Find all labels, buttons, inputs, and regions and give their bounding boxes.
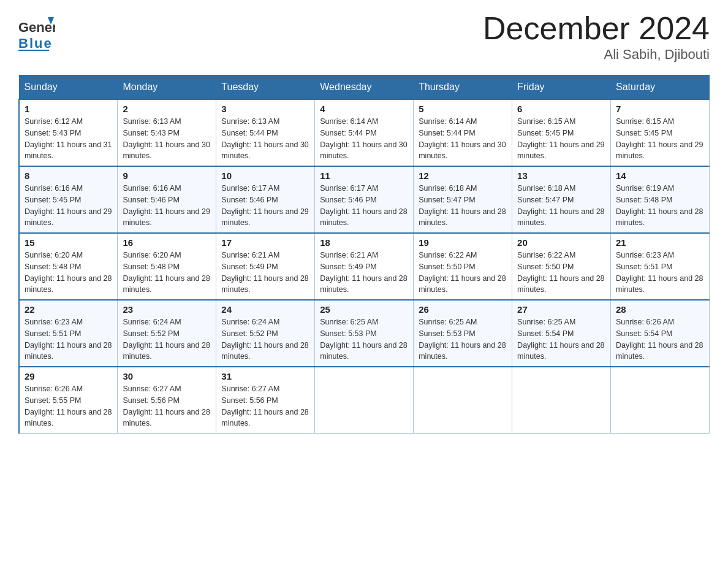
daylight-label: Daylight: 11 hours and 28 minutes. bbox=[123, 274, 210, 294]
sunset-label: Sunset: 5:49 PM bbox=[221, 262, 278, 271]
calendar-cell: 10 Sunrise: 6:17 AM Sunset: 5:46 PM Dayl… bbox=[216, 166, 315, 233]
day-number: 20 bbox=[517, 237, 605, 248]
calendar-cell: 16 Sunrise: 6:20 AM Sunset: 5:48 PM Dayl… bbox=[118, 233, 216, 300]
calendar-cell: 24 Sunrise: 6:24 AM Sunset: 5:52 PM Dayl… bbox=[216, 300, 315, 367]
day-number: 26 bbox=[419, 304, 507, 315]
col-sunday: Sunday bbox=[19, 75, 118, 100]
day-info: Sunrise: 6:16 AM Sunset: 5:45 PM Dayligh… bbox=[25, 183, 112, 229]
sunrise-label: Sunrise: 6:16 AM bbox=[25, 184, 83, 193]
sunset-label: Sunset: 5:45 PM bbox=[616, 129, 672, 137]
day-info: Sunrise: 6:14 AM Sunset: 5:44 PM Dayligh… bbox=[320, 116, 408, 162]
day-number: 6 bbox=[517, 104, 605, 114]
sunrise-label: Sunrise: 6:14 AM bbox=[419, 117, 477, 126]
day-info: Sunrise: 6:18 AM Sunset: 5:47 PM Dayligh… bbox=[419, 183, 507, 229]
daylight-label: Daylight: 11 hours and 30 minutes. bbox=[221, 140, 308, 161]
sunset-label: Sunset: 5:44 PM bbox=[419, 129, 475, 137]
day-number: 24 bbox=[221, 304, 309, 315]
sunrise-label: Sunrise: 6:18 AM bbox=[419, 184, 477, 193]
calendar-cell: 19 Sunrise: 6:22 AM Sunset: 5:50 PM Dayl… bbox=[414, 233, 512, 300]
calendar-cell: 15 Sunrise: 6:20 AM Sunset: 5:48 PM Dayl… bbox=[19, 233, 118, 300]
sunset-label: Sunset: 5:55 PM bbox=[25, 396, 81, 405]
day-info: Sunrise: 6:14 AM Sunset: 5:44 PM Dayligh… bbox=[419, 116, 507, 162]
sunset-label: Sunset: 5:54 PM bbox=[517, 329, 574, 338]
day-info: Sunrise: 6:27 AM Sunset: 5:56 PM Dayligh… bbox=[221, 383, 309, 429]
daylight-label: Daylight: 11 hours and 28 minutes. bbox=[517, 341, 604, 361]
day-info: Sunrise: 6:15 AM Sunset: 5:45 PM Dayligh… bbox=[616, 116, 704, 162]
calendar-cell: 7 Sunrise: 6:15 AM Sunset: 5:45 PM Dayli… bbox=[611, 99, 710, 166]
sunrise-label: Sunrise: 6:20 AM bbox=[123, 251, 181, 259]
calendar-cell: 13 Sunrise: 6:18 AM Sunset: 5:47 PM Dayl… bbox=[512, 166, 611, 233]
daylight-label: Daylight: 11 hours and 28 minutes. bbox=[616, 341, 703, 361]
sunset-label: Sunset: 5:46 PM bbox=[221, 196, 278, 204]
calendar-week-row: 15 Sunrise: 6:20 AM Sunset: 5:48 PM Dayl… bbox=[19, 233, 710, 300]
sunset-label: Sunset: 5:49 PM bbox=[320, 262, 376, 271]
sunrise-label: Sunrise: 6:13 AM bbox=[123, 117, 181, 126]
calendar-cell: 1 Sunrise: 6:12 AM Sunset: 5:43 PM Dayli… bbox=[19, 99, 118, 166]
daylight-label: Daylight: 11 hours and 28 minutes. bbox=[419, 274, 506, 294]
daylight-label: Daylight: 11 hours and 30 minutes. bbox=[419, 140, 506, 161]
day-number: 14 bbox=[616, 170, 704, 181]
daylight-label: Daylight: 11 hours and 28 minutes. bbox=[517, 207, 604, 228]
day-number: 23 bbox=[123, 304, 211, 315]
day-number: 17 bbox=[221, 237, 309, 248]
day-info: Sunrise: 6:20 AM Sunset: 5:48 PM Dayligh… bbox=[123, 250, 211, 296]
daylight-label: Daylight: 11 hours and 28 minutes. bbox=[221, 408, 308, 428]
sunset-label: Sunset: 5:52 PM bbox=[123, 329, 179, 338]
day-info: Sunrise: 6:25 AM Sunset: 5:54 PM Dayligh… bbox=[517, 316, 605, 362]
sunrise-label: Sunrise: 6:26 AM bbox=[25, 385, 83, 393]
day-info: Sunrise: 6:13 AM Sunset: 5:43 PM Dayligh… bbox=[123, 116, 211, 162]
title-section: December 2024 Ali Sabih, Djibouti bbox=[483, 12, 710, 63]
day-number: 8 bbox=[25, 170, 112, 181]
sunset-label: Sunset: 5:50 PM bbox=[517, 262, 574, 271]
day-info: Sunrise: 6:25 AM Sunset: 5:53 PM Dayligh… bbox=[320, 316, 408, 362]
day-info: Sunrise: 6:17 AM Sunset: 5:46 PM Dayligh… bbox=[320, 183, 408, 229]
calendar-cell bbox=[611, 367, 710, 434]
calendar-cell: 27 Sunrise: 6:25 AM Sunset: 5:54 PM Dayl… bbox=[512, 300, 611, 367]
calendar-cell bbox=[315, 367, 414, 434]
day-number: 29 bbox=[25, 371, 112, 381]
daylight-label: Daylight: 11 hours and 28 minutes. bbox=[517, 274, 604, 294]
calendar-header-row: Sunday Monday Tuesday Wednesday Thursday… bbox=[19, 75, 710, 100]
sunrise-label: Sunrise: 6:22 AM bbox=[419, 251, 477, 259]
sunrise-label: Sunrise: 6:17 AM bbox=[320, 184, 378, 193]
day-number: 31 bbox=[221, 371, 309, 381]
sunset-label: Sunset: 5:52 PM bbox=[221, 329, 278, 338]
logo-icon: General Blue bbox=[18, 12, 55, 55]
day-info: Sunrise: 6:21 AM Sunset: 5:49 PM Dayligh… bbox=[320, 250, 408, 296]
daylight-label: Daylight: 11 hours and 28 minutes. bbox=[25, 408, 112, 428]
daylight-label: Daylight: 11 hours and 29 minutes. bbox=[616, 140, 703, 161]
day-number: 21 bbox=[616, 237, 704, 248]
sunset-label: Sunset: 5:46 PM bbox=[320, 196, 376, 204]
daylight-label: Daylight: 11 hours and 28 minutes. bbox=[419, 341, 506, 361]
day-info: Sunrise: 6:25 AM Sunset: 5:53 PM Dayligh… bbox=[419, 316, 507, 362]
sunrise-label: Sunrise: 6:24 AM bbox=[221, 318, 279, 326]
calendar-cell: 6 Sunrise: 6:15 AM Sunset: 5:45 PM Dayli… bbox=[512, 99, 611, 166]
sunrise-label: Sunrise: 6:22 AM bbox=[517, 251, 575, 259]
daylight-label: Daylight: 11 hours and 28 minutes. bbox=[25, 274, 112, 294]
day-info: Sunrise: 6:23 AM Sunset: 5:51 PM Dayligh… bbox=[25, 316, 112, 362]
day-info: Sunrise: 6:13 AM Sunset: 5:44 PM Dayligh… bbox=[221, 116, 309, 162]
page-header: General Blue December 2024 Ali Sabih, Dj… bbox=[18, 12, 710, 63]
calendar-week-row: 8 Sunrise: 6:16 AM Sunset: 5:45 PM Dayli… bbox=[19, 166, 710, 233]
daylight-label: Daylight: 11 hours and 28 minutes. bbox=[221, 274, 308, 294]
day-info: Sunrise: 6:24 AM Sunset: 5:52 PM Dayligh… bbox=[221, 316, 309, 362]
sunset-label: Sunset: 5:51 PM bbox=[616, 262, 672, 271]
daylight-label: Daylight: 11 hours and 28 minutes. bbox=[616, 207, 703, 228]
sunset-label: Sunset: 5:45 PM bbox=[517, 129, 574, 137]
day-number: 16 bbox=[123, 237, 211, 248]
sunrise-label: Sunrise: 6:24 AM bbox=[123, 318, 181, 326]
col-monday: Monday bbox=[118, 75, 216, 100]
col-friday: Friday bbox=[512, 75, 611, 100]
col-tuesday: Tuesday bbox=[216, 75, 315, 100]
daylight-label: Daylight: 11 hours and 29 minutes. bbox=[517, 140, 604, 161]
sunset-label: Sunset: 5:45 PM bbox=[25, 196, 81, 204]
calendar-cell: 11 Sunrise: 6:17 AM Sunset: 5:46 PM Dayl… bbox=[315, 166, 414, 233]
day-number: 11 bbox=[320, 170, 408, 181]
location: Ali Sabih, Djibouti bbox=[483, 47, 710, 63]
day-number: 28 bbox=[616, 304, 704, 315]
day-number: 19 bbox=[419, 237, 507, 248]
sunset-label: Sunset: 5:48 PM bbox=[616, 196, 672, 204]
daylight-label: Daylight: 11 hours and 29 minutes. bbox=[25, 207, 112, 228]
calendar-cell: 29 Sunrise: 6:26 AM Sunset: 5:55 PM Dayl… bbox=[19, 367, 118, 434]
logo: General Blue bbox=[18, 12, 55, 55]
